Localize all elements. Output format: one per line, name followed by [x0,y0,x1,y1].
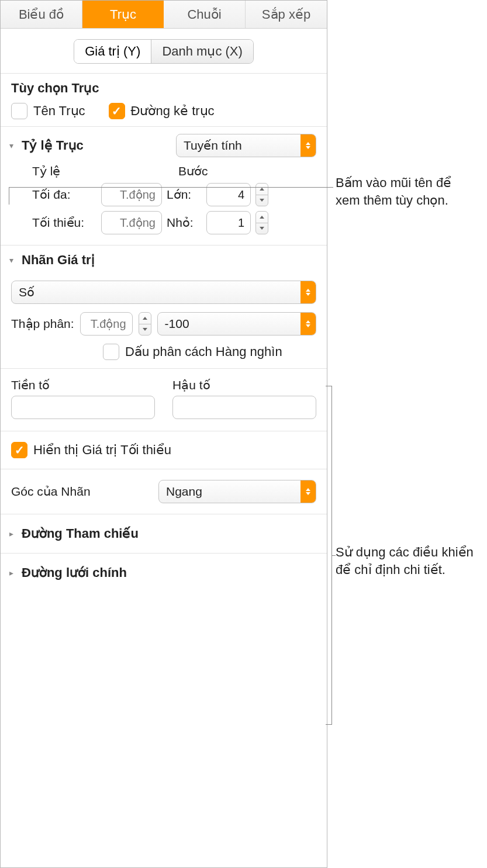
label-angle-value: Ngang [166,485,202,499]
negative-format-dropdown[interactable]: -100 [157,312,316,336]
updown-icon [301,134,316,157]
checkbox-axis-name[interactable] [11,103,27,119]
decimals-input[interactable] [80,312,133,336]
min-label: Tối thiểu: [32,216,96,230]
axis-selector-row: Giá trị (Y) Danh mục (X) [1,29,327,74]
max-label: Tối đa: [32,188,96,202]
axis-scale-dropdown[interactable]: Tuyến tính [176,134,316,157]
chevron-down-icon[interactable]: ▾ [6,255,16,265]
label-axis-line: Đường kẻ trục [131,103,215,119]
axis-options-section: Tùy chọn Trục Tên Trục Đường kẻ trục [1,74,327,127]
stepper-up-icon[interactable] [256,184,268,195]
chevron-right-icon[interactable]: ▸ [6,529,16,538]
label-show-min-value: Hiển thị Giá trị Tối thiểu [33,442,171,458]
axis-options-title: Tùy chọn Trục [11,81,316,96]
stepper-up-icon[interactable] [139,313,151,324]
stepper-up-icon[interactable] [256,212,268,223]
annotation-arrow-tip: Bấm vào mũi tên để xem thêm tùy chọn. [336,174,476,209]
tab-series[interactable]: Chuỗi [164,1,246,28]
tab-sort[interactable]: Sắp xếp [246,1,327,28]
seg-category-x[interactable]: Danh mục (X) [151,40,253,63]
annotation-layer: Bấm vào mũi tên để xem thêm tùy chọn. Sử… [327,0,487,868]
chevron-right-icon[interactable]: ▸ [6,568,16,577]
value-labels-section: ▾ Nhãn Giá trị Số Thập phân: -100 Dấu ph… [1,245,327,514]
suffix-label: Hậu tố [172,378,316,392]
axis-scale-value: Tuyến tính [184,139,242,153]
stepper-down-icon[interactable] [139,324,151,336]
checkbox-show-min-value[interactable] [11,442,27,458]
main-tabbar: Biểu đồ Trục Chuỗi Sắp xếp [1,1,327,29]
label-angle-dropdown[interactable]: Ngang [158,480,316,503]
major-stepper[interactable] [255,183,268,206]
checkbox-thousands-separator[interactable] [103,344,119,360]
format-inspector-panel: Biểu đồ Trục Chuỗi Sắp xếp Giá trị (Y) D… [0,0,327,868]
updown-icon [301,281,316,303]
decimals-label: Thập phân: [11,317,74,331]
max-input[interactable] [101,183,162,206]
axis-segmented-control: Giá trị (Y) Danh mục (X) [74,39,254,64]
major-label: Lớn: [167,188,202,202]
prefix-label: Tiền tố [11,378,155,392]
step-col-head: Bước [178,164,208,178]
seg-value-y[interactable]: Giá trị (Y) [74,40,151,63]
axis-scale-title: Tỷ lệ Trục [22,138,170,153]
updown-icon [301,313,316,335]
negative-format-value: -100 [165,317,189,331]
scale-col-head: Tỷ lệ [32,164,178,178]
stepper-down-icon[interactable] [256,223,268,234]
minor-input[interactable] [206,211,251,234]
checkbox-axis-line[interactable] [109,103,125,119]
chevron-down-icon[interactable]: ▾ [6,141,16,150]
suffix-input[interactable] [172,396,316,419]
updown-icon [301,480,316,503]
main-gridlines-title[interactable]: Đường lưới chính [22,565,316,580]
minor-stepper[interactable] [255,211,268,234]
annotation-controls-tip: Sử dụng các điều khiển để chỉ định chi t… [336,544,476,578]
label-angle-label: Góc của Nhãn [11,485,153,499]
label-axis-name: Tên Trục [33,103,85,119]
prefix-input[interactable] [11,396,155,419]
minor-label: Nhỏ: [167,216,202,230]
label-thousands-separator: Dấu phân cách Hàng nghìn [125,344,282,359]
axis-scale-section: ▾ Tỷ lệ Trục Tuyến tính Tỷ lệ Bước Tối đ… [1,127,327,245]
reference-lines-title[interactable]: Đường Tham chiếu [22,526,316,541]
min-input[interactable] [101,211,162,234]
label-format-value: Số [19,285,34,299]
tab-axis[interactable]: Trục [82,1,164,28]
major-input[interactable] [206,183,251,206]
label-format-dropdown[interactable]: Số [11,281,316,304]
stepper-down-icon[interactable] [256,195,268,206]
tab-chart[interactable]: Biểu đồ [1,1,82,28]
value-labels-title: Nhãn Giá trị [22,253,316,268]
decimals-stepper[interactable] [139,312,151,336]
